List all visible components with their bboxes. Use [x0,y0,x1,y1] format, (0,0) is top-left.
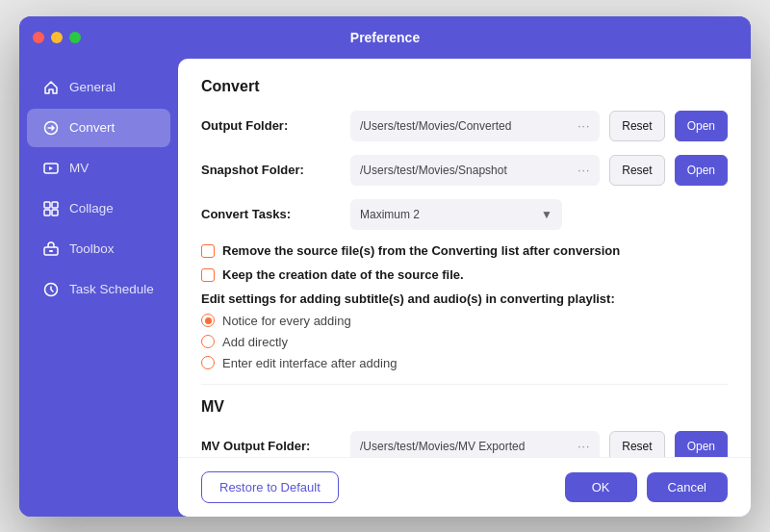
mv-output-folder-input[interactable]: /Users/test/Movies/MV Exported ··· [350,431,600,457]
svg-rect-4 [44,210,50,215]
mv-output-folder-value: /Users/test/Movies/MV Exported [360,440,572,453]
sidebar-label-toolbox: Toolbox [69,241,115,256]
radio-notice-input[interactable] [201,314,215,327]
snapshot-folder-input[interactable]: /Users/test/Movies/Snapshot ··· [350,155,600,186]
output-folder-reset-button[interactable]: Reset [609,111,664,141]
home-icon [42,79,60,96]
radio-notice: Notice for every adding [201,314,728,328]
sidebar-item-collage[interactable]: Collage [27,190,170,228]
snapshot-folder-dots: ··· [578,164,590,177]
radio-enter-edit-input[interactable] [201,356,215,369]
checkbox-keep-date-label: Keep the creation date of the source fil… [222,267,464,282]
output-folder-dots: ··· [578,119,590,133]
convert-section-title: Convert [201,78,728,95]
main-layout: General Convert MV [19,59,751,517]
mv-output-folder-label: MV Output Folder: [201,439,341,453]
ok-button[interactable]: OK [565,472,637,502]
sidebar-item-general[interactable]: General [27,68,170,107]
footer-right-buttons: OK Cancel [565,472,728,502]
radio-enter-edit: Enter edit interface after adding [201,356,728,370]
mv-section-title: MV [201,398,728,416]
checkbox-keep-date-input[interactable] [201,268,215,282]
sidebar: General Convert MV [19,59,178,517]
sidebar-label-task-schedule: Task Schedule [69,282,154,296]
sidebar-item-mv[interactable]: MV [27,149,170,188]
sidebar-label-general: General [69,80,116,94]
chevron-down-icon: ▼ [541,208,552,221]
convert-tasks-value: Maximum 2 [360,208,420,221]
maximize-button[interactable] [69,32,81,43]
checkbox-remove-source: Remove the source file(s) from the Conve… [201,243,728,258]
radio-add-directly-label: Add directly [222,335,288,349]
toolbox-icon [42,241,60,258]
snapshot-folder-row: Snapshot Folder: /Users/test/Movies/Snap… [201,155,728,186]
checkbox-remove-source-label: Remove the source file(s) from the Conve… [222,243,620,258]
divider-1 [201,384,728,385]
titlebar: Preference [19,16,751,59]
mv-output-folder-reset-button[interactable]: Reset [609,431,664,457]
collage-icon [42,200,60,217]
traffic-lights [33,32,81,43]
task-icon [42,281,60,298]
sidebar-label-convert: Convert [69,120,115,135]
svg-rect-5 [52,210,58,215]
radio-enter-edit-label: Enter edit interface after adding [222,356,397,370]
convert-tasks-label: Convert Tasks: [201,207,341,221]
output-folder-input[interactable]: /Users/test/Movies/Converted ··· [350,111,600,141]
mv-output-folder-open-button[interactable]: Open [675,431,728,457]
main-panel: Convert Output Folder: /Users/test/Movie… [178,59,751,517]
convert-tasks-select[interactable]: Maximum 2 ▼ [350,199,562,230]
svg-rect-2 [44,202,50,208]
cancel-button[interactable]: Cancel [647,472,728,502]
main-content: Convert Output Folder: /Users/test/Movie… [178,59,751,457]
snapshot-folder-open-button[interactable]: Open [675,155,728,186]
snapshot-folder-reset-button[interactable]: Reset [609,155,664,186]
preference-window: Preference General Convert [19,16,751,517]
snapshot-folder-value: /Users/test/Movies/Snapshot [360,164,572,177]
output-folder-label: Output Folder: [201,118,341,133]
convert-icon [42,119,60,137]
mv-output-folder-dots: ··· [578,440,590,453]
window-title: Preference [350,30,420,45]
sidebar-item-toolbox[interactable]: Toolbox [27,230,170,268]
output-folder-row: Output Folder: /Users/test/Movies/Conver… [201,111,728,141]
sidebar-label-mv: MV [69,161,89,175]
sidebar-item-task-schedule[interactable]: Task Schedule [27,270,170,309]
close-button[interactable] [33,32,44,43]
output-folder-value: /Users/test/Movies/Converted [360,119,572,133]
output-folder-open-button[interactable]: Open [675,111,728,141]
svg-rect-7 [49,250,53,252]
radio-add-directly-input[interactable] [201,335,215,348]
subtitle-section: Edit settings for adding subtitle(s) and… [201,291,728,370]
checkbox-keep-date: Keep the creation date of the source fil… [201,267,728,282]
radio-notice-label: Notice for every adding [222,314,351,328]
sidebar-item-convert[interactable]: Convert [27,109,170,147]
subtitle-section-title: Edit settings for adding subtitle(s) and… [201,291,728,306]
svg-rect-3 [52,202,58,208]
mv-output-folder-row: MV Output Folder: /Users/test/Movies/MV … [201,431,728,457]
mv-icon [42,160,60,177]
footer: Restore to Default OK Cancel [178,457,751,517]
checkbox-remove-source-input[interactable] [201,244,215,258]
radio-add-directly: Add directly [201,335,728,349]
convert-tasks-row: Convert Tasks: Maximum 2 ▼ [201,199,728,230]
restore-default-button[interactable]: Restore to Default [201,471,339,503]
sidebar-label-collage: Collage [69,201,114,215]
snapshot-folder-label: Snapshot Folder: [201,163,341,177]
minimize-button[interactable] [51,32,63,43]
